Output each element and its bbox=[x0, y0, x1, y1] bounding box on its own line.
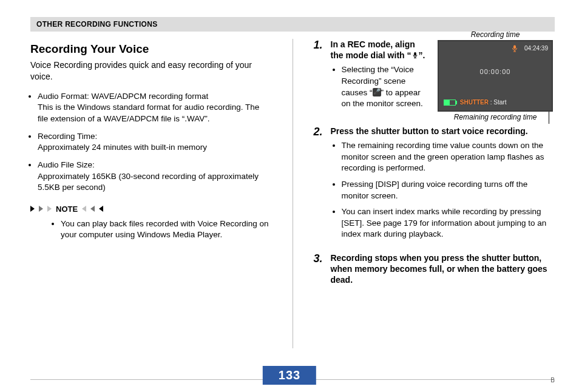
lcd-screen: 04:24:39 00:00:00 SHUTTER : Start bbox=[438, 40, 553, 112]
spec-list: Audio Format: WAVE/ADPCM recording forma… bbox=[30, 91, 272, 194]
status-bar: SHUTTER : Start bbox=[444, 99, 506, 106]
left-column: Recording Your Voice Voice Recording pro… bbox=[30, 39, 272, 348]
step-1: 1. In a REC mode, align the mode dial wi… bbox=[314, 39, 427, 116]
step-sub-item: You can insert index marks while recordi… bbox=[342, 206, 555, 240]
step-2: 2. Press the shutter button to start voi… bbox=[314, 126, 555, 246]
step-title: Press the shutter button to start voice … bbox=[331, 126, 555, 137]
step-number: 3. bbox=[314, 252, 326, 286]
mic-icon bbox=[411, 52, 419, 59]
step-title-post: ”. bbox=[419, 50, 425, 60]
page-title: Recording Your Voice bbox=[30, 42, 272, 56]
triangle-right-icon bbox=[39, 206, 44, 212]
shutter-label: SHUTTER bbox=[460, 99, 489, 106]
triangle-right-icon bbox=[47, 206, 52, 212]
page-number: 133 bbox=[263, 366, 316, 385]
step-number: 2. bbox=[314, 126, 326, 246]
remaining-time-value: 04:24:39 bbox=[524, 45, 548, 52]
svg-rect-0 bbox=[414, 52, 416, 56]
spec-item: Audio File Size: Approximately 165KB (30… bbox=[38, 160, 272, 194]
section-header: OTHER RECORDING FUNCTIONS bbox=[30, 17, 555, 32]
triangle-right-icon bbox=[30, 206, 35, 212]
footer-mark: B bbox=[550, 377, 555, 384]
figure-caption-bottom: Remaining recording time bbox=[436, 113, 555, 121]
step-title: In a REC mode, align the mode dial with … bbox=[331, 39, 427, 61]
note-label: NOTE bbox=[56, 204, 78, 214]
step-sub-list: The remaining recording time value count… bbox=[331, 140, 555, 240]
figure-caption-top: Recording time bbox=[436, 30, 555, 39]
step-title-pre: In a REC mode, align the mode dial with … bbox=[331, 39, 415, 60]
triangle-left-icon bbox=[81, 206, 86, 212]
mic-box-icon bbox=[373, 88, 381, 96]
start-label: : Start bbox=[490, 99, 507, 106]
svg-rect-3 bbox=[513, 46, 516, 49]
note-item: You can play back files recorded with Vo… bbox=[61, 218, 272, 241]
step-3: 3. Recording stops when you press the sh… bbox=[314, 252, 555, 286]
column-divider bbox=[293, 39, 293, 348]
note-list: You can play back files recorded with Vo… bbox=[30, 218, 272, 241]
two-column-layout: Recording Your Voice Voice Recording pro… bbox=[30, 39, 555, 348]
step-sub-item: Pressing [DISP] during voice recording t… bbox=[342, 179, 555, 201]
spec-item: Recording Time: Approximately 24 minutes… bbox=[38, 131, 272, 154]
step-sub-item: The remaining recording time value count… bbox=[342, 140, 555, 174]
elapsed-time-value: 00:00:00 bbox=[439, 68, 552, 75]
manual-page: OTHER RECORDING FUNCTIONS Recording Your… bbox=[0, 0, 579, 392]
intro-text: Voice Recording provides quick and easy … bbox=[30, 59, 272, 83]
triangle-left-icon bbox=[98, 206, 103, 212]
mic-icon bbox=[512, 45, 518, 54]
right-column: 1. In a REC mode, align the mode dial wi… bbox=[314, 39, 555, 348]
note-heading: NOTE bbox=[30, 204, 272, 214]
figure: Recording time 04:24:39 00:00:00 SHUTTER… bbox=[436, 30, 555, 122]
spec-item: Audio Format: WAVE/ADPCM recording forma… bbox=[38, 91, 272, 125]
battery-icon bbox=[444, 100, 456, 106]
triangle-left-icon bbox=[90, 206, 95, 212]
step-sub-item: Selecting the “Voice Recording” scene ca… bbox=[342, 64, 427, 110]
step-number: 1. bbox=[314, 39, 326, 116]
step-sub-list: Selecting the “Voice Recording” scene ca… bbox=[331, 64, 427, 110]
step-title: Recording stops when you press the shutt… bbox=[331, 252, 555, 286]
